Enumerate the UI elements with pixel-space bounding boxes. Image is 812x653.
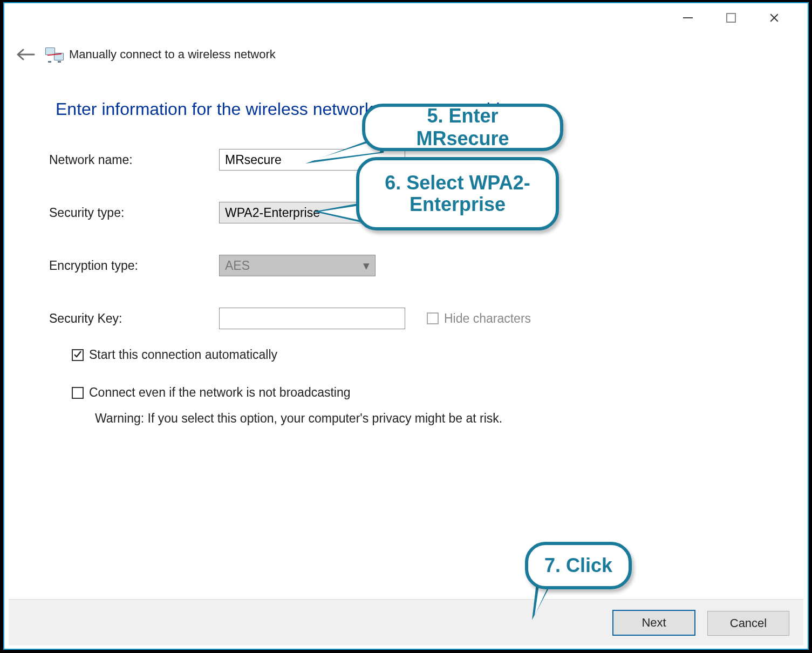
row-broadcast: Connect even if the network is not broad…	[72, 385, 351, 400]
network-wizard-icon	[45, 46, 64, 63]
label-encryption-type: Encryption type:	[49, 259, 219, 273]
back-button[interactable]	[14, 43, 38, 66]
cancel-button[interactable]: Cancel	[707, 611, 789, 636]
security-key-input[interactable]	[219, 308, 405, 329]
row-security-key: Security Key: Hide characters	[49, 307, 766, 330]
titlebar	[3, 2, 809, 32]
label-network-name: Network name:	[49, 153, 219, 167]
label-security-type: Security type:	[49, 206, 219, 220]
row-auto-connect: Start this connection automatically	[72, 348, 277, 362]
auto-connect-checkbox[interactable]	[72, 349, 84, 361]
next-button-label: Next	[642, 616, 666, 630]
callout-5-text: 5. Enter MRsecure	[380, 105, 545, 150]
back-arrow-icon	[17, 49, 35, 60]
security-type-value: WPA2-Enterprise	[225, 206, 320, 220]
callout-6-text: 6. Select WPA2-Enterprise	[374, 172, 541, 215]
callout-6: 6. Select WPA2-Enterprise	[356, 157, 559, 230]
callout-7-text: 7. Click	[544, 554, 612, 577]
hide-characters-label: Hide characters	[444, 311, 531, 326]
window-frame: Manually connect to a wireless network E…	[0, 0, 812, 653]
label-security-key: Security Key:	[49, 311, 219, 326]
window-minimize-button[interactable]	[673, 10, 703, 26]
next-button[interactable]: Next	[612, 610, 695, 636]
encryption-type-value: AES	[225, 259, 250, 273]
auto-connect-label: Start this connection automatically	[89, 348, 277, 362]
row-encryption-type: Encryption type: AES ▾	[49, 254, 766, 277]
wizard-header: Manually connect to a wireless network	[14, 41, 798, 68]
callout-5: 5. Enter MRsecure	[362, 104, 563, 151]
broadcast-warning: Warning: If you select this option, your…	[95, 411, 502, 426]
close-icon	[769, 13, 779, 23]
broadcast-label: Connect even if the network is not broad…	[89, 385, 351, 400]
hide-characters-checkbox	[427, 312, 439, 324]
window-close-button[interactable]	[759, 10, 789, 26]
wizard-title: Manually connect to a wireless network	[69, 47, 276, 62]
chevron-down-icon: ▾	[363, 259, 370, 273]
footer: Next Cancel	[9, 599, 803, 645]
hide-characters-wrap: Hide characters	[427, 311, 531, 326]
network-name-value: MRsecure	[225, 153, 282, 167]
window-maximize-button[interactable]	[716, 10, 746, 26]
encryption-type-select: AES ▾	[219, 255, 376, 276]
check-icon	[73, 350, 82, 358]
callout-7: 7. Click	[525, 542, 632, 589]
cancel-button-label: Cancel	[730, 616, 767, 630]
broadcast-checkbox[interactable]	[72, 387, 84, 399]
